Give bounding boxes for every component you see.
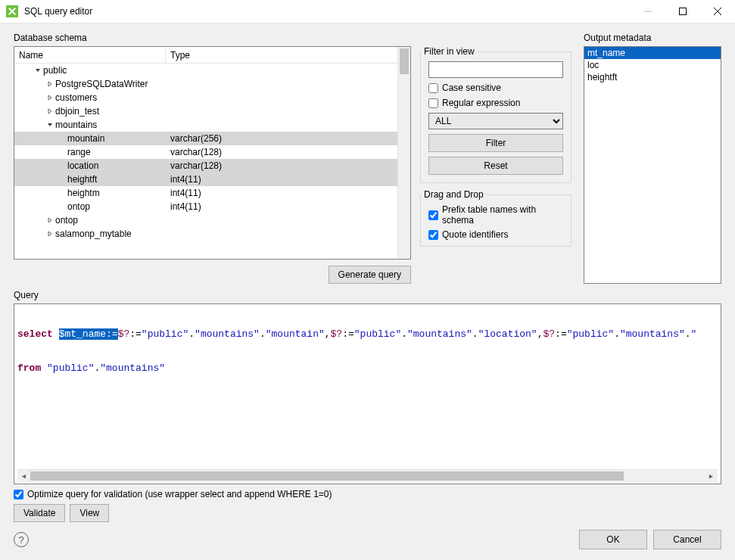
leaf-icon	[57, 174, 67, 185]
tree-node-label: salamonp_mytable	[55, 229, 132, 239]
tree-row[interactable]: heightftint4(11)	[14, 173, 397, 186]
tree-node-type: varchar(256)	[166, 133, 397, 144]
quote-identifiers-checkbox[interactable]: Quote identifiers	[428, 229, 563, 240]
tree-node-label: range	[67, 147, 91, 157]
tree-row[interactable]: mountains	[14, 118, 397, 132]
leaf-icon	[57, 201, 67, 212]
dragdrop-legend: Drag and Drop	[421, 189, 487, 200]
query-editor[interactable]: select $mt_name:=$?:="public"."mountains…	[14, 303, 721, 484]
query-line-2[interactable]: from "public"."mountains"	[17, 362, 718, 374]
chevron-down-icon[interactable]	[45, 120, 55, 130]
leaf-icon	[57, 147, 67, 157]
output-label: Output metadata	[584, 33, 721, 43]
tree-row[interactable]: salamonp_mytable	[14, 227, 397, 241]
schema-tree[interactable]: Name Type publicPostgreSQLDataWritercust…	[14, 46, 411, 260]
tree-node-label: mountain	[67, 133, 104, 144]
reset-button[interactable]: Reset	[428, 157, 563, 175]
filter-legend: Filter in view	[421, 46, 478, 57]
output-list[interactable]: mt_namelocheightft	[584, 46, 721, 284]
titlebar: SQL query editor	[0, 0, 735, 23]
tree-node-type: int4(11)	[166, 201, 397, 212]
scroll-right-icon[interactable]: ▸	[705, 470, 718, 482]
close-button[interactable]	[700, 0, 735, 23]
filter-panel: Filter in view Case sensitive Regular ex…	[420, 46, 571, 183]
tree-node-label: PostgreSQLDataWriter	[55, 79, 148, 89]
tree-node-label: heightft	[67, 174, 97, 185]
tree-node-type: int4(11)	[166, 188, 397, 198]
minimize-button[interactable]	[631, 0, 665, 23]
chevron-down-icon[interactable]	[33, 65, 43, 76]
tree-node-label: mountains	[55, 120, 97, 130]
tree-row[interactable]: public	[14, 64, 397, 77]
filter-input[interactable]	[428, 61, 563, 78]
leaf-icon	[57, 133, 67, 144]
maximize-button[interactable]	[665, 0, 700, 23]
prefix-schema-checkbox[interactable]: Prefix table names with schema	[428, 204, 563, 226]
case-sensitive-checkbox[interactable]: Case sensitive	[428, 82, 563, 93]
filter-button[interactable]: Filter	[428, 134, 563, 152]
tree-row[interactable]: dbjoin_test	[14, 104, 397, 118]
validate-button[interactable]: Validate	[14, 504, 65, 522]
tree-node-type: varchar(128)	[166, 147, 397, 157]
col-type-header[interactable]: Type	[166, 47, 397, 63]
tree-node-label: dbjoin_test	[55, 106, 99, 117]
scroll-left-icon[interactable]: ◂	[17, 470, 30, 482]
chevron-right-icon[interactable]	[45, 229, 55, 239]
tree-row[interactable]: ontopint4(11)	[14, 200, 397, 213]
ok-button[interactable]: OK	[579, 530, 647, 549]
view-button[interactable]: View	[70, 504, 109, 522]
tree-row[interactable]: ontop	[14, 213, 397, 227]
query-hscroll[interactable]: ◂ ▸	[17, 469, 718, 482]
app-icon	[6, 5, 18, 17]
tree-node-label: location	[67, 160, 98, 171]
leaf-icon	[57, 188, 67, 198]
chevron-right-icon[interactable]	[45, 215, 55, 226]
dragdrop-panel: Drag and Drop Prefix table names with sc…	[420, 189, 571, 247]
tree-node-label: heightm	[67, 188, 100, 198]
tree-header: Name Type	[14, 47, 397, 64]
chevron-right-icon[interactable]	[45, 106, 55, 117]
tree-row[interactable]: PostgreSQLDataWriter	[14, 77, 397, 91]
tree-node-label: ontop	[55, 215, 78, 226]
optimize-checkbox[interactable]: Optimize query for validation (use wrapp…	[14, 489, 721, 499]
chevron-right-icon[interactable]	[45, 92, 55, 103]
cancel-button[interactable]: Cancel	[653, 530, 721, 549]
tree-node-type: int4(11)	[166, 174, 397, 185]
output-item[interactable]: mt_name	[584, 47, 721, 59]
tree-node-label: ontop	[67, 201, 90, 212]
window-title: SQL query editor	[24, 6, 92, 17]
query-line-1[interactable]: select $mt_name:=$?:="public"."mountains…	[17, 328, 718, 340]
query-label: Query	[14, 290, 721, 300]
help-icon[interactable]: ?	[14, 532, 29, 547]
svg-rect-1	[680, 8, 687, 15]
tree-row[interactable]: locationvarchar(128)	[14, 159, 397, 173]
schema-label: Database schema	[14, 33, 571, 43]
tree-node-type: varchar(128)	[166, 160, 397, 171]
generate-query-button[interactable]: Generate query	[329, 266, 411, 284]
filter-scope-select[interactable]: ALL	[428, 113, 563, 129]
tree-row[interactable]: mountainvarchar(256)	[14, 132, 397, 145]
col-name-header[interactable]: Name	[14, 47, 166, 63]
tree-row[interactable]: customers	[14, 91, 397, 104]
leaf-icon	[57, 160, 67, 171]
output-item[interactable]: heightft	[584, 71, 721, 83]
tree-row[interactable]: heightmint4(11)	[14, 186, 397, 200]
chevron-right-icon[interactable]	[45, 79, 55, 89]
tree-scrollbar[interactable]	[397, 47, 410, 259]
regex-checkbox[interactable]: Regular expression	[428, 98, 563, 108]
output-item[interactable]: loc	[584, 59, 721, 71]
tree-node-label: customers	[55, 92, 97, 103]
tree-node-label: public	[43, 65, 67, 76]
tree-row[interactable]: rangevarchar(128)	[14, 145, 397, 159]
